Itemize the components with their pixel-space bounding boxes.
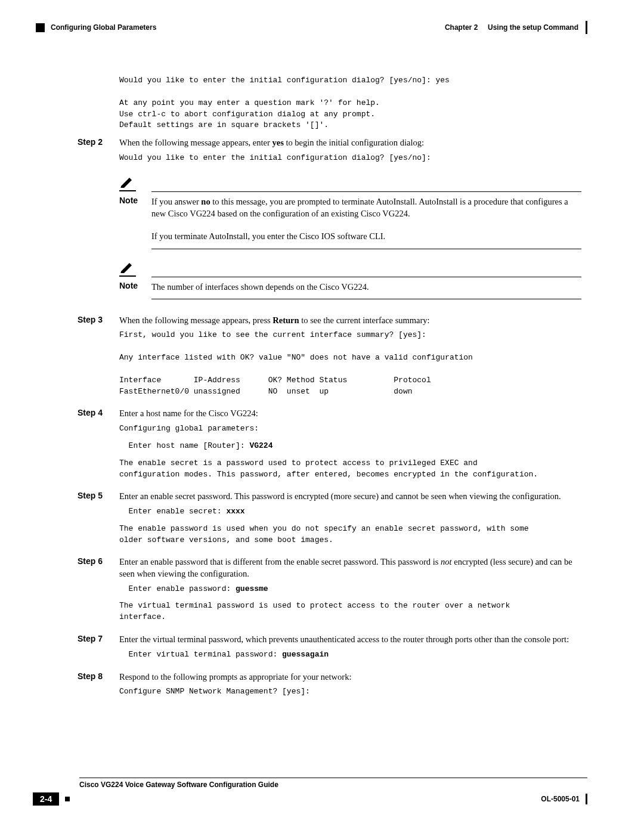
step-label: Step 4 xyxy=(78,408,119,417)
step-label: Step 6 xyxy=(78,556,119,566)
note-text: If you answer no to this message, you ar… xyxy=(151,196,581,243)
note-label: Note xyxy=(119,196,151,205)
header-tick-icon xyxy=(586,21,587,34)
header-section: Configuring Global Parameters xyxy=(51,23,156,32)
step-text: Enter a host name for the Cisco VG224: xyxy=(119,408,581,420)
footer-doc-title: Cisco VG224 Voice Gateway Software Confi… xyxy=(79,781,587,789)
step-text: Enter the virtual terminal password, whi… xyxy=(119,634,581,646)
step-3: Step 3 When the following message appear… xyxy=(78,315,581,404)
step-8: Step 8 Respond to the following prompts … xyxy=(78,671,581,704)
header-marker-icon xyxy=(36,23,45,32)
terminal-output: Configuring global parameters: xyxy=(119,423,581,435)
page-content: Would you like to enter the initial conf… xyxy=(78,72,581,704)
note-block-2: Note The number of interfaces shown depe… xyxy=(119,261,581,299)
terminal-output: The virtual terminal password is used to… xyxy=(119,600,581,623)
note-label: Note xyxy=(119,281,151,290)
step-7: Step 7 Enter the virtual terminal passwo… xyxy=(78,634,581,666)
header-chapter-title: Using the setup Command xyxy=(488,23,578,32)
running-footer: Cisco VG224 Voice Gateway Software Confi… xyxy=(33,778,587,806)
running-header: Configuring Global Parameters Chapter 2 … xyxy=(36,21,587,34)
header-chapter-label: Chapter 2 xyxy=(445,23,478,32)
footer-tick-icon xyxy=(586,794,587,804)
terminal-output: The enable password is used when you do … xyxy=(119,524,581,546)
terminal-output: Enter enable password: guessme xyxy=(119,584,581,595)
footer-doc-id: OL-5005-01 xyxy=(541,795,580,803)
step-text: Respond to the following prompts as appr… xyxy=(119,671,581,683)
terminal-output: Would you like to enter the initial conf… xyxy=(119,153,581,164)
footer-marker-icon xyxy=(65,797,70,801)
terminal-output: The enable secret is a password used to … xyxy=(119,458,581,481)
step-label: Step 8 xyxy=(78,671,119,681)
note-text: The number of interfaces shown depends o… xyxy=(151,281,581,293)
step-5: Step 5 Enter an enable secret password. … xyxy=(78,491,581,552)
pencil-icon xyxy=(119,176,136,191)
intro-terminal-output: Would you like to enter the initial conf… xyxy=(119,75,581,131)
step-label: Step 2 xyxy=(78,137,119,147)
terminal-output: Configure SNMP Network Management? [yes]… xyxy=(119,686,581,698)
step-label: Step 5 xyxy=(78,491,119,500)
pencil-icon xyxy=(119,261,136,277)
note-block-1: Note If you answer no to this message, y… xyxy=(119,176,581,249)
step-6: Step 6 Enter an enable password that is … xyxy=(78,556,581,629)
terminal-output: Enter enable secret: xxxx xyxy=(119,506,581,518)
step-4: Step 4 Enter a host name for the Cisco V… xyxy=(78,408,581,486)
step-text: When the following message appears, ente… xyxy=(119,137,581,149)
step-text: Enter an enable secret password. This pa… xyxy=(119,491,581,503)
step-2: Step 2 When the following message appear… xyxy=(78,137,581,310)
step-label: Step 7 xyxy=(78,634,119,643)
step-text: When the following message appears, pres… xyxy=(119,315,581,327)
page-number-badge: 2-4 xyxy=(33,792,59,806)
terminal-output: Enter virtual terminal password: guessag… xyxy=(119,649,581,661)
step-text: Enter an enable password that is differe… xyxy=(119,556,581,580)
step-label: Step 3 xyxy=(78,315,119,324)
terminal-output: First, would you like to see the current… xyxy=(119,330,581,397)
terminal-output: Enter host name [Router]: VG224 xyxy=(119,441,581,452)
